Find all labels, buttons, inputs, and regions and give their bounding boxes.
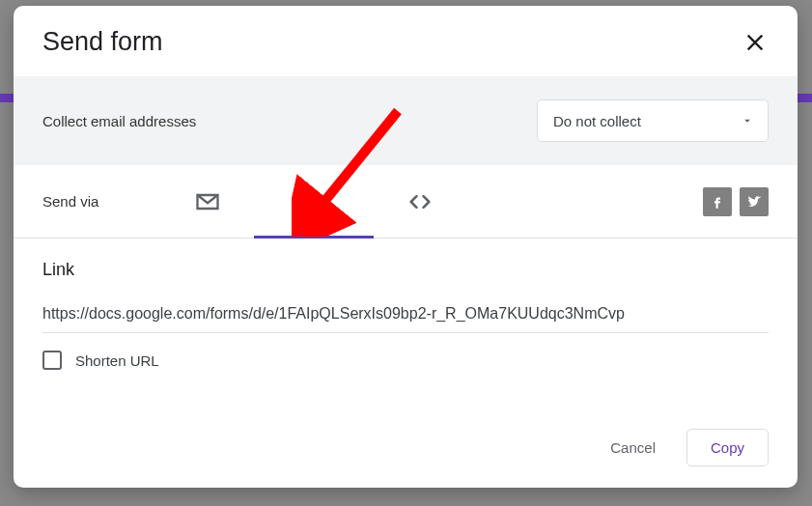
collect-email-select-value: Do not collect [553, 113, 641, 129]
copy-button[interactable]: Copy [686, 429, 769, 466]
tab-link[interactable] [261, 165, 367, 239]
dialog-header: Send form [14, 6, 798, 76]
link-icon [300, 188, 327, 215]
chevron-down-icon [741, 114, 754, 127]
close-button[interactable] [742, 29, 769, 56]
link-panel: Link Shorten URL [14, 239, 798, 415]
twitter-icon [745, 193, 763, 211]
cancel-button[interactable]: Cancel [601, 432, 665, 464]
collect-email-select[interactable]: Do not collect [537, 99, 769, 142]
send-via-row: Send via [14, 165, 798, 239]
collect-email-row: Collect email addresses Do not collect [14, 76, 798, 165]
send-form-dialog: Send form Collect email addresses Do not… [14, 6, 798, 488]
link-section-heading: Link [42, 260, 769, 280]
mail-icon [194, 188, 221, 215]
collect-email-label: Collect email addresses [42, 113, 196, 129]
shorten-url-label: Shorten URL [75, 352, 159, 369]
dialog-footer: Cancel Copy [14, 415, 798, 488]
dialog-title: Send form [42, 27, 163, 57]
shorten-url-row: Shorten URL [42, 351, 769, 370]
shorten-url-checkbox[interactable] [42, 351, 62, 370]
code-icon [406, 188, 434, 215]
tab-embed[interactable] [367, 165, 473, 239]
close-icon [742, 29, 769, 56]
send-via-label: Send via [42, 193, 98, 210]
tab-email[interactable] [154, 165, 261, 239]
facebook-icon [709, 193, 726, 211]
share-facebook-button[interactable] [703, 187, 732, 216]
share-twitter-button[interactable] [740, 187, 769, 216]
link-url-input[interactable] [42, 301, 769, 333]
